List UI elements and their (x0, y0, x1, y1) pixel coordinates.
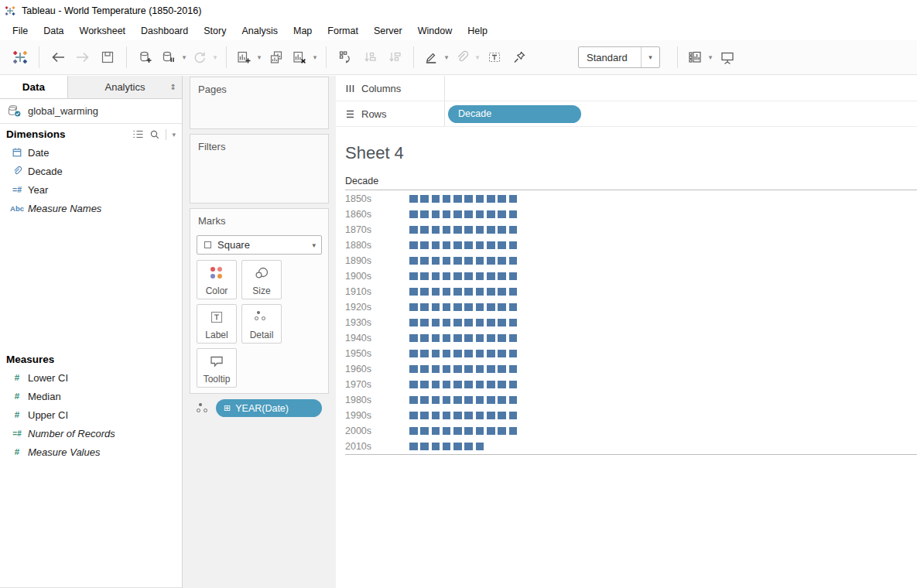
menu-story[interactable]: Story (196, 26, 234, 36)
square-mark[interactable] (487, 396, 495, 405)
square-mark[interactable] (409, 334, 418, 343)
measure-field-number-of-records[interactable]: =# Number of Records (0, 424, 182, 443)
square-mark[interactable] (453, 303, 462, 312)
year-date-pill[interactable]: ⊞ YEAR(Date) (216, 399, 322, 417)
square-mark[interactable] (432, 288, 440, 296)
measure-field-median[interactable]: # Median (0, 387, 182, 405)
square-mark[interactable] (453, 396, 462, 405)
square-mark[interactable] (443, 303, 451, 312)
square-mark[interactable] (409, 412, 418, 420)
square-mark[interactable] (432, 226, 440, 234)
square-mark[interactable] (453, 257, 462, 265)
square-mark[interactable] (464, 303, 473, 312)
square-mark[interactable] (498, 334, 506, 343)
decade-row-label[interactable]: 1940s (345, 333, 401, 344)
view-as-list-icon[interactable] (132, 129, 144, 139)
dimensions-menu-caret-icon[interactable]: ▾ (172, 131, 176, 138)
square-mark[interactable] (464, 443, 473, 451)
square-mark[interactable] (498, 210, 506, 219)
square-mark[interactable] (420, 210, 429, 219)
square-mark[interactable] (453, 334, 462, 343)
decade-row-label[interactable]: 1920s (345, 302, 401, 313)
square-mark[interactable] (487, 412, 495, 420)
square-mark[interactable] (487, 427, 495, 436)
square-mark[interactable] (453, 443, 462, 451)
new-worksheet-caret-icon[interactable]: ▾ (255, 53, 264, 61)
square-mark[interactable] (509, 350, 518, 358)
square-mark[interactable] (498, 288, 506, 296)
decade-row-label[interactable]: 1850s (345, 193, 401, 204)
square-mark[interactable] (420, 381, 429, 389)
square-mark[interactable] (409, 257, 418, 265)
square-mark[interactable] (443, 257, 451, 265)
square-mark[interactable] (476, 396, 484, 405)
decade-row-label[interactable]: 1980s (345, 395, 401, 405)
pane-toggle-icon[interactable]: ⇕ (170, 83, 176, 91)
square-mark[interactable] (443, 443, 451, 451)
decade-row-label[interactable]: 1890s (345, 255, 401, 266)
measure-field-upper-ci[interactable]: # Upper CI (0, 405, 182, 424)
square-mark[interactable] (420, 288, 429, 296)
square-mark[interactable] (498, 396, 506, 405)
square-mark[interactable] (487, 272, 495, 281)
color-button[interactable]: Color (197, 260, 237, 299)
find-field-icon[interactable] (149, 129, 160, 140)
square-mark[interactable] (464, 272, 473, 281)
tab-analytics[interactable]: Analytics ⇕ (68, 76, 182, 98)
square-mark[interactable] (476, 241, 484, 250)
square-mark[interactable] (509, 272, 518, 281)
square-mark[interactable] (487, 381, 495, 389)
square-mark[interactable] (453, 288, 462, 296)
square-mark[interactable] (420, 195, 429, 203)
square-mark[interactable] (509, 381, 518, 389)
square-mark[interactable] (464, 427, 473, 436)
pages-shelf[interactable]: Pages (190, 77, 329, 129)
square-mark[interactable] (509, 334, 518, 343)
decade-row-label[interactable]: 1880s (345, 240, 401, 251)
square-mark[interactable] (420, 412, 429, 420)
square-mark[interactable] (464, 288, 473, 296)
square-mark[interactable] (498, 412, 506, 420)
clear-sheet-icon[interactable] (289, 46, 310, 69)
decade-row-label[interactable]: 1860s (345, 209, 401, 220)
square-mark[interactable] (443, 272, 451, 281)
decade-row-label[interactable]: 1960s (345, 364, 401, 374)
square-mark[interactable] (432, 396, 440, 405)
square-mark[interactable] (464, 319, 473, 327)
view-fit-caret-icon[interactable]: ▾ (641, 47, 659, 67)
square-mark[interactable] (476, 334, 484, 343)
menu-map[interactable]: Map (286, 26, 320, 36)
square-mark[interactable] (420, 427, 429, 436)
tableau-logo-icon[interactable] (8, 46, 33, 69)
square-mark[interactable] (476, 365, 484, 374)
menu-analysis[interactable]: Analysis (234, 26, 286, 36)
square-mark[interactable] (498, 350, 506, 358)
square-mark[interactable] (487, 303, 495, 312)
square-mark[interactable] (453, 350, 462, 358)
square-mark[interactable] (443, 412, 451, 420)
pause-auto-updates-caret-icon[interactable]: ▾ (180, 53, 189, 61)
square-mark[interactable] (509, 288, 518, 296)
square-mark[interactable] (432, 272, 440, 281)
square-mark[interactable] (476, 412, 484, 420)
square-mark[interactable] (420, 257, 429, 265)
square-mark[interactable] (420, 226, 429, 234)
expand-field-icon[interactable]: ⊞ (224, 404, 231, 412)
square-mark[interactable] (409, 350, 418, 358)
filters-shelf[interactable]: Filters (190, 134, 329, 203)
square-mark[interactable] (498, 241, 506, 250)
square-mark[interactable] (453, 272, 462, 281)
square-mark[interactable] (498, 427, 506, 436)
decade-row-label[interactable]: 1990s (345, 410, 401, 421)
square-mark[interactable] (487, 257, 495, 265)
square-mark[interactable] (443, 195, 451, 203)
dimension-field-measure-names[interactable]: Abc Measure Names (0, 199, 182, 217)
square-mark[interactable] (487, 319, 495, 327)
square-mark[interactable] (476, 257, 484, 265)
square-mark[interactable] (443, 396, 451, 405)
square-mark[interactable] (432, 210, 440, 219)
square-mark[interactable] (443, 226, 451, 234)
menu-dashboard[interactable]: Dashboard (133, 26, 196, 36)
square-mark[interactable] (443, 365, 451, 374)
square-mark[interactable] (409, 195, 418, 203)
